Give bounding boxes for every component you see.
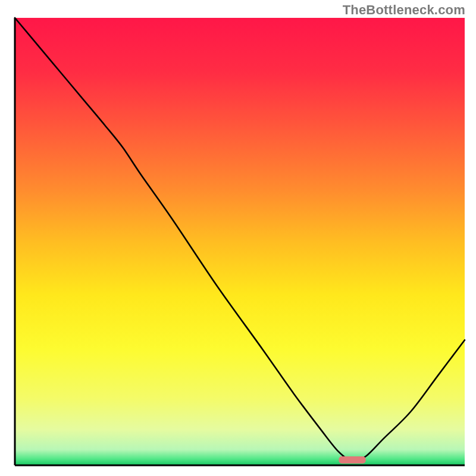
chart-svg [0, 0, 476, 476]
optimum-marker [339, 456, 365, 464]
watermark-text: TheBottleneck.com [343, 2, 465, 18]
plot-background [15, 18, 465, 465]
chart-container: TheBottleneck.com [0, 0, 476, 476]
